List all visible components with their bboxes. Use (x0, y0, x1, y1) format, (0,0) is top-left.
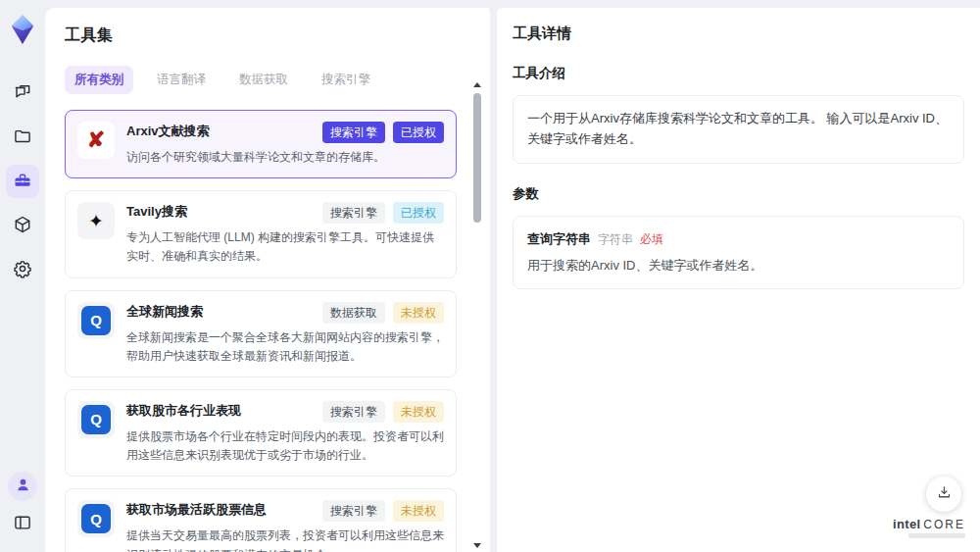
qsearch-icon: Q (77, 302, 115, 339)
detail-title: 工具详情 (513, 25, 964, 43)
tool-name: 获取股市各行业表现 (126, 401, 241, 420)
param-type: 字符串 (598, 231, 633, 248)
tab-category-0[interactable]: 所有类别 (65, 66, 133, 94)
badge-authorized: 已授权 (393, 202, 444, 224)
content-area: 工具集 所有类别语言翻译数据获取搜索引擎 ✘Arxiv文献搜索搜索引擎已授权访问… (45, 0, 980, 552)
param-name: 查询字符串 (527, 230, 591, 248)
sidebar-item-panel[interactable] (6, 507, 39, 540)
sidebar-item-chat[interactable] (6, 76, 39, 110)
badge-category: 搜索引擎 (322, 122, 385, 143)
sidebar-item-models[interactable] (6, 209, 39, 242)
user-icon (15, 477, 31, 496)
intel-core-logo: intelcore (893, 518, 965, 538)
page-title: 工具集 (65, 25, 457, 46)
arxiv-icon: ✘ (77, 122, 115, 159)
tool-name: 获取市场最活跃股票信息 (126, 500, 267, 519)
tab-category-3[interactable]: 搜索引擎 (312, 66, 380, 94)
tool-card[interactable]: Q全球新闻搜索数据获取未授权全球新闻搜索是一个聚合全球各大新闻网站内容的搜索引擎… (65, 290, 457, 377)
tavily-icon: ✦ (77, 202, 115, 239)
download-button[interactable] (926, 477, 961, 512)
intel-logo-subline (908, 533, 965, 538)
scrollbar-thumb[interactable] (473, 93, 481, 223)
badge-category: 搜索引擎 (322, 500, 385, 522)
tool-detail-panel: 工具详情 工具介绍 一个用于从Arxiv存储库搜索科学论文和文章的工具。 输入可… (497, 8, 980, 552)
scroll-up-icon[interactable] (473, 82, 481, 87)
qsearch-icon: Q (77, 500, 115, 537)
param-head: 查询字符串 字符串 必填 (527, 230, 950, 248)
badge-category: 数据获取 (322, 302, 385, 324)
rail-nav (6, 76, 39, 286)
tab-category-1[interactable]: 语言翻译 (147, 66, 216, 94)
tool-name: 全球新闻搜索 (126, 302, 203, 321)
sidebar-item-files[interactable] (6, 121, 39, 154)
rail-bottom (6, 472, 39, 540)
panel-toggle-icon (13, 513, 32, 535)
tool-badges: 搜索引擎未授权 (322, 500, 444, 522)
tool-description: 专为人工智能代理 (LLM) 构建的搜索引擎工具。可快速提供实时、准确和真实的结… (126, 228, 444, 266)
app-logo (6, 12, 39, 47)
tool-name: Arxiv文献搜索 (126, 122, 210, 140)
badge-authorized: 已授权 (393, 122, 444, 143)
tool-description: 全球新闻搜索是一个聚合全球各大新闻网站内容的搜索引擎，帮助用户快速获取全球最新资… (126, 328, 444, 366)
badge-category: 搜索引擎 (322, 202, 385, 224)
qsearch-icon: Q (77, 401, 115, 438)
tool-description: 访问各个研究领域大量科学论文和文章的存储库。 (126, 148, 444, 167)
param-required-badge: 必填 (640, 231, 663, 248)
badge-unauthorized: 未授权 (393, 401, 444, 423)
app-window: 工具集 所有类别语言翻译数据获取搜索引擎 ✘Arxiv文献搜索搜索引擎已授权访问… (0, 0, 980, 552)
category-tabs: 所有类别语言翻译数据获取搜索引擎 (65, 66, 457, 94)
tool-badges: 搜索引擎未授权 (322, 401, 444, 423)
tool-name: Tavily搜索 (126, 202, 187, 221)
badge-unauthorized: 未授权 (393, 302, 444, 324)
tool-card[interactable]: ✦Tavily搜索搜索引擎已授权专为人工智能代理 (LLM) 构建的搜索引擎工具… (65, 190, 457, 277)
list-scrollbar[interactable] (472, 82, 482, 548)
tool-badges: 数据获取未授权 (322, 302, 444, 324)
tool-card[interactable]: Q获取市场最活跃股票信息搜索引擎未授权提供当天交易量最高的股票列表，投资者可以利… (65, 488, 457, 552)
scroll-down-icon[interactable] (473, 543, 481, 548)
badge-unauthorized: 未授权 (393, 500, 444, 522)
chat-icon (13, 82, 32, 105)
sidebar-item-profile[interactable] (8, 472, 37, 501)
toolset-panel: 工具集 所有类别语言翻译数据获取搜索引擎 ✘Arxiv文献搜索搜索引擎已授权访问… (45, 8, 490, 552)
sidebar-item-settings[interactable] (6, 253, 39, 286)
tool-description: 提供当天交易量最高的股票列表，投资者可以利用这些信息来识别流动性强的股票和潜在的… (126, 527, 444, 552)
param-box: 查询字符串 字符串 必填 用于搜索的Arxiv ID、关键字或作者姓名。 (513, 216, 964, 289)
params-heading: 参数 (513, 185, 964, 203)
intro-box: 一个用于从Arxiv存储库搜索科学论文和文章的工具。 输入可以是Arxiv ID… (513, 95, 964, 164)
tool-badges: 搜索引擎已授权 (322, 122, 444, 143)
tool-card[interactable]: Q获取股市各行业表现搜索引擎未授权提供股票市场各个行业在特定时间段内的表现。投资… (65, 389, 457, 477)
tool-list: ✘Arxiv文献搜索搜索引擎已授权访问各个研究领域大量科学论文和文章的存储库。✦… (65, 110, 457, 552)
sidebar-item-toolbox[interactable] (6, 165, 39, 198)
tool-card[interactable]: ✘Arxiv文献搜索搜索引擎已授权访问各个研究领域大量科学论文和文章的存储库。 (65, 110, 457, 178)
tab-category-2[interactable]: 数据获取 (229, 66, 298, 94)
gear-icon (13, 259, 32, 281)
intro-heading: 工具介绍 (513, 65, 964, 82)
badge-category: 搜索引擎 (322, 401, 385, 423)
left-icon-rail (0, 0, 45, 552)
intel-wordmark: intel (893, 517, 920, 531)
param-description: 用于搜索的Arxiv ID、关键字或作者姓名。 (527, 257, 950, 275)
folder-icon (13, 126, 32, 149)
download-icon (936, 484, 953, 504)
toolbox-icon (13, 171, 32, 193)
tool-badges: 搜索引擎已授权 (322, 202, 444, 224)
tool-description: 提供股票市场各个行业在特定时间段内的表现。投资者可以利用这些信息来识别表现优于或… (126, 427, 444, 465)
core-wordmark: core (923, 518, 965, 531)
cube-icon (13, 215, 32, 237)
